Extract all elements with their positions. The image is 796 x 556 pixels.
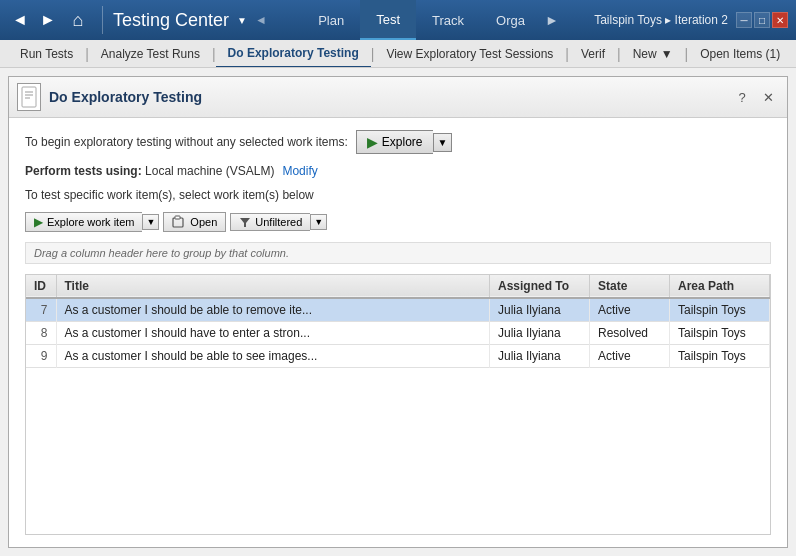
tab-analyze-runs[interactable]: Analyze Test Runs bbox=[89, 40, 212, 68]
explore-work-item-dropdown[interactable]: ▼ bbox=[142, 214, 159, 230]
separator bbox=[102, 6, 103, 34]
dialog-panel: Do Exploratory Testing ? ✕ To begin expl… bbox=[8, 76, 788, 548]
begin-testing-row: To begin exploratory testing without any… bbox=[25, 130, 771, 154]
tab-run-tests[interactable]: Run Tests bbox=[8, 40, 85, 68]
svg-marker-6 bbox=[240, 218, 250, 227]
begin-testing-text: To begin exploratory testing without any… bbox=[25, 135, 348, 149]
table-row[interactable]: 8 As a customer I should have to enter a… bbox=[26, 322, 770, 345]
open-label: Open bbox=[190, 216, 217, 228]
explore-play-icon: ▶ bbox=[34, 215, 43, 229]
app-title: Testing Center bbox=[113, 10, 229, 31]
svg-rect-0 bbox=[22, 87, 36, 107]
toolbar-row: ▶ Explore work item ▼ Open bbox=[25, 212, 771, 232]
workspace-info: Tailspin Toys ▸ Iteration 2 bbox=[594, 13, 728, 27]
home-button[interactable]: ⌂ bbox=[64, 6, 92, 34]
explore-work-item-label: Explore work item bbox=[47, 216, 134, 228]
close-button[interactable]: ✕ bbox=[772, 12, 788, 28]
cell-id: 9 bbox=[26, 345, 56, 368]
filter-main-button[interactable]: Unfiltered bbox=[230, 213, 310, 231]
table-body: 7 As a customer I should be able to remo… bbox=[26, 298, 770, 368]
cell-area: Tailspin Toys bbox=[670, 298, 770, 322]
table-row[interactable]: 9 As a customer I should be able to see … bbox=[26, 345, 770, 368]
dialog-header-right: ? ✕ bbox=[731, 86, 779, 108]
nav-tab-track[interactable]: Track bbox=[416, 0, 480, 40]
cell-title: As a customer I should be able to remove… bbox=[56, 298, 490, 322]
cell-area: Tailspin Toys bbox=[670, 322, 770, 345]
open-button[interactable]: Open bbox=[163, 212, 226, 232]
nav-tab-plan[interactable]: Plan bbox=[302, 0, 360, 40]
cell-area: Tailspin Toys bbox=[670, 345, 770, 368]
explore-work-item-button[interactable]: ▶ Explore work item bbox=[25, 212, 142, 232]
explore-label: Explore bbox=[382, 135, 423, 149]
explore-dropdown-button[interactable]: ▼ bbox=[433, 133, 453, 152]
title-bar-right: Tailspin Toys ▸ Iteration 2 ─ □ ✕ bbox=[594, 12, 788, 28]
nav-chevron: ► bbox=[541, 12, 563, 28]
test-specific-line: To test specific work item(s), select wo… bbox=[25, 188, 771, 202]
open-icon bbox=[172, 215, 186, 229]
cell-assigned: Julia Ilyiana bbox=[490, 345, 590, 368]
main-content: Do Exploratory Testing ? ✕ To begin expl… bbox=[0, 68, 796, 556]
nav-separator: ◄ bbox=[251, 13, 271, 27]
title-bar-nav: Plan Test Track Orga ► bbox=[302, 0, 563, 40]
dialog-header: Do Exploratory Testing ? ✕ bbox=[9, 77, 787, 118]
cell-assigned: Julia Ilyiana bbox=[490, 298, 590, 322]
machine-value: Local machine (VSALM) bbox=[145, 164, 274, 178]
dialog-close-button[interactable]: ✕ bbox=[757, 86, 779, 108]
new-label: New bbox=[633, 47, 657, 61]
dialog-title: Do Exploratory Testing bbox=[49, 89, 202, 105]
explore-main-button[interactable]: ▶ Explore bbox=[356, 130, 433, 154]
cell-id: 8 bbox=[26, 322, 56, 345]
minimize-button[interactable]: ─ bbox=[736, 12, 752, 28]
dialog-body: To begin exploratory testing without any… bbox=[9, 118, 787, 547]
perform-tests-row: Perform tests using: Local machine (VSAL… bbox=[25, 164, 771, 178]
col-assigned: Assigned To bbox=[490, 275, 590, 298]
cell-title: As a customer I should have to enter a s… bbox=[56, 322, 490, 345]
dialog-title-left: Do Exploratory Testing bbox=[17, 83, 202, 111]
new-dropdown-icon: ▼ bbox=[661, 47, 673, 61]
tab-do-exploratory[interactable]: Do Exploratory Testing bbox=[216, 40, 371, 68]
items-table: ID Title Assigned To State Area Path 7 A… bbox=[26, 275, 770, 368]
cell-state: Active bbox=[590, 298, 670, 322]
cell-state: Resolved bbox=[590, 322, 670, 345]
cell-title: As a customer I should be able to see im… bbox=[56, 345, 490, 368]
filter-label: Unfiltered bbox=[255, 216, 302, 228]
secondary-nav: Run Tests | Analyze Test Runs | Do Explo… bbox=[0, 40, 796, 68]
cell-id: 7 bbox=[26, 298, 56, 322]
cell-assigned: Julia Ilyiana bbox=[490, 322, 590, 345]
filter-icon bbox=[239, 216, 251, 228]
drag-hint: Drag a column header here to group by th… bbox=[25, 242, 771, 264]
col-area: Area Path bbox=[670, 275, 770, 298]
open-items-button[interactable]: Open Items (1) bbox=[688, 40, 792, 68]
modify-link[interactable]: Modify bbox=[282, 164, 317, 178]
perform-tests-text: Perform tests using: Local machine (VSAL… bbox=[25, 164, 274, 178]
col-state: State bbox=[590, 275, 670, 298]
play-icon: ▶ bbox=[367, 134, 378, 150]
new-button[interactable]: New ▼ bbox=[621, 40, 685, 68]
cell-state: Active bbox=[590, 345, 670, 368]
forward-button[interactable]: ► bbox=[36, 8, 60, 32]
title-bar: ◄ ► ⌂ Testing Center ▼ ◄ Plan Test Track… bbox=[0, 0, 796, 40]
table-row[interactable]: 7 As a customer I should be able to remo… bbox=[26, 298, 770, 322]
app-title-dropdown[interactable]: ▼ bbox=[237, 15, 247, 26]
window-controls: ─ □ ✕ bbox=[736, 12, 788, 28]
work-items-table[interactable]: ID Title Assigned To State Area Path 7 A… bbox=[25, 274, 771, 535]
help-button[interactable]: ? bbox=[731, 86, 753, 108]
tab-view-sessions[interactable]: View Exploratory Test Sessions bbox=[374, 40, 565, 68]
back-button[interactable]: ◄ bbox=[8, 8, 32, 32]
svg-rect-5 bbox=[175, 216, 180, 219]
nav-tab-test[interactable]: Test bbox=[360, 0, 416, 40]
filter-button-group: Unfiltered ▼ bbox=[230, 213, 327, 231]
col-title: Title bbox=[56, 275, 490, 298]
maximize-button[interactable]: □ bbox=[754, 12, 770, 28]
perform-label: Perform tests using: bbox=[25, 164, 142, 178]
explore-button-group: ▶ Explore ▼ bbox=[356, 130, 453, 154]
table-header: ID Title Assigned To State Area Path bbox=[26, 275, 770, 298]
dialog-icon bbox=[17, 83, 41, 111]
title-bar-left: ◄ ► ⌂ Testing Center ▼ ◄ bbox=[8, 6, 271, 34]
filter-dropdown-button[interactable]: ▼ bbox=[310, 214, 327, 230]
col-id: ID bbox=[26, 275, 56, 298]
tab-verif[interactable]: Verif bbox=[569, 40, 617, 68]
explore-work-item-group: ▶ Explore work item ▼ bbox=[25, 212, 159, 232]
nav-tab-orga[interactable]: Orga bbox=[480, 0, 541, 40]
